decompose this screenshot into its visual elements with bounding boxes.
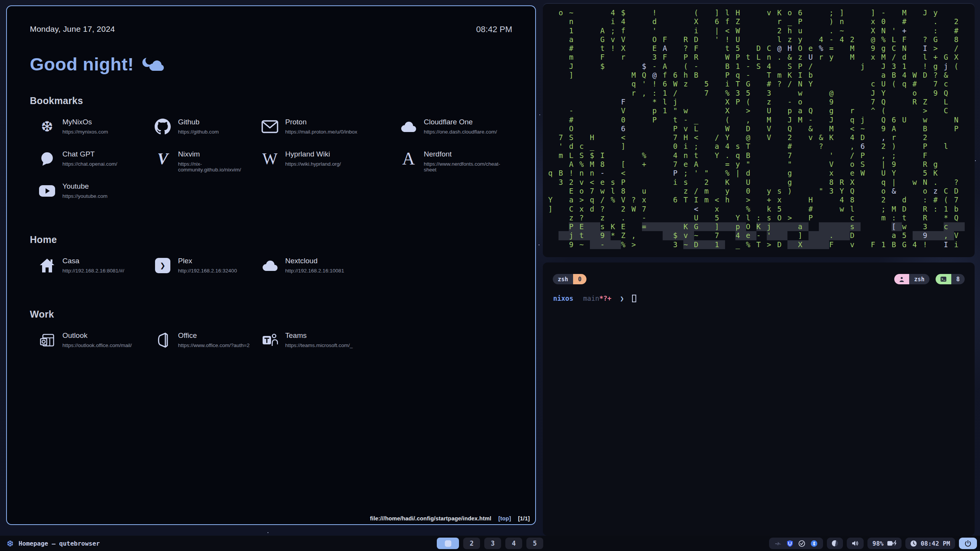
matrix-cell bbox=[715, 62, 725, 71]
matrix-cell bbox=[954, 160, 964, 169]
bookmark-item-github[interactable]: Github https://github.com bbox=[154, 118, 261, 136]
check-circle-icon[interactable] bbox=[799, 540, 805, 547]
bookmark-item-mynixos[interactable]: ❆ MyNixOs https://mynixos.com bbox=[38, 118, 154, 136]
bluetooth-icon[interactable] bbox=[811, 540, 817, 547]
shell-prompt[interactable]: nixos main*?+ ❯ bbox=[543, 295, 975, 302]
matrix-row: # t!X EA ?F t5 DC@HOe%= M 9gCN I> / bbox=[548, 44, 975, 53]
matrix-cell bbox=[871, 160, 881, 169]
tmux-status-right: zsh 8 bbox=[894, 274, 965, 284]
bookmark-item-teams[interactable]: Teams https://teams.microsoft.com/_ bbox=[261, 331, 400, 350]
workspace-3[interactable]: 3 bbox=[484, 538, 501, 549]
matrix-cell: ] bbox=[798, 231, 808, 240]
matrix-cell: F bbox=[829, 240, 840, 249]
terminal-cursor bbox=[632, 295, 636, 302]
matrix-cell: & bbox=[808, 124, 819, 133]
bookmark-item-cloudflare[interactable]: Cloudflare One https://one.dash.cloudfla… bbox=[400, 118, 512, 136]
matrix-cell: # bbox=[913, 80, 923, 88]
matrix-cell: h bbox=[683, 71, 694, 80]
matrix-cell: # bbox=[767, 80, 777, 88]
matrix-cell bbox=[600, 8, 611, 17]
matrix-cell bbox=[881, 231, 892, 240]
matrix-cell: @ bbox=[871, 35, 881, 44]
matrix-cell: Q bbox=[944, 89, 954, 98]
clock-module[interactable]: 08:42 PM bbox=[905, 538, 955, 549]
matrix-cell: # bbox=[808, 205, 819, 214]
matrix-cell: y bbox=[735, 160, 746, 169]
workspace-1[interactable] bbox=[437, 538, 459, 549]
matrix-cell: ? bbox=[683, 44, 694, 53]
bookmark-item-proton[interactable]: Proton https://mail.proton.me/u/0/inbox bbox=[261, 118, 400, 136]
bookmark-item-casa[interactable]: Casa http://192.168.2.16:8081/#/ bbox=[38, 257, 154, 275]
terminal-window-shell[interactable]: zsh 0 zsh bbox=[543, 262, 975, 536]
matrix-cell: m bbox=[559, 151, 569, 160]
matrix-cell: 4 bbox=[725, 142, 735, 151]
bookmark-item-hyprland-wiki[interactable]: W Hyprland Wiki https://wiki.hyprland.or… bbox=[261, 150, 400, 168]
matrix-cell: q bbox=[632, 80, 642, 88]
night-light-module[interactable] bbox=[827, 538, 843, 549]
matrix-cell bbox=[663, 240, 673, 249]
workspace-2[interactable]: 2 bbox=[463, 538, 480, 549]
matrix-cell: G bbox=[902, 240, 912, 249]
workspace-4[interactable]: 4 bbox=[505, 538, 522, 549]
matrix-cell bbox=[861, 98, 871, 106]
matrix-cell bbox=[663, 196, 673, 204]
matrix-cell: < bbox=[725, 26, 735, 35]
matrix-cell bbox=[632, 17, 642, 26]
matrix-cell: n bbox=[569, 17, 579, 26]
matrix-cell: M bbox=[850, 53, 860, 62]
tmux-window-tab[interactable]: zsh 0 bbox=[553, 274, 586, 284]
kdeconnect-icon[interactable] bbox=[775, 541, 781, 546]
matrix-cell bbox=[652, 222, 663, 231]
matrix-cell: Z bbox=[735, 17, 746, 26]
matrix-cell bbox=[819, 17, 829, 26]
matrix-cell bbox=[861, 214, 871, 222]
matrix-cell: ~ bbox=[861, 124, 871, 133]
matrix-cell bbox=[756, 133, 767, 142]
qutebrowser-window[interactable]: Monday, June 17, 2024 08:42 PM Good nigh… bbox=[6, 5, 536, 525]
matrix-cell: L bbox=[892, 35, 902, 44]
matrix-cell: ! bbox=[652, 80, 663, 88]
matrix-cell: s bbox=[600, 222, 611, 231]
matrix-cell bbox=[725, 214, 735, 222]
bookmark-item-chatgpt[interactable]: Chat GPT https://chat.openai.com/ bbox=[38, 150, 154, 168]
power-button[interactable] bbox=[959, 538, 977, 549]
bookmark-item-office[interactable]: Office https://www.office.com/?auth=2 bbox=[154, 331, 261, 350]
matrix-cell: o bbox=[881, 187, 892, 196]
matrix-cell: F bbox=[923, 151, 933, 160]
bookmark-item-youtube[interactable]: Youtube https://youtube.com bbox=[38, 182, 154, 201]
matrix-cell: m bbox=[881, 214, 892, 222]
matrix-cell: ~ bbox=[580, 240, 590, 249]
matrix-cell: y bbox=[829, 53, 840, 62]
bookmark-item-outlook[interactable]: Outlook https://outlook.office.com/mail/ bbox=[38, 331, 154, 350]
prompt-symbol: ❯ bbox=[620, 295, 624, 302]
matrix-cell: C bbox=[892, 44, 902, 53]
matrix-cell: Q bbox=[850, 187, 860, 196]
nix-snowflake-icon[interactable]: ❆ bbox=[7, 540, 14, 548]
matrix-cell: J bbox=[871, 89, 881, 98]
workspace-5[interactable]: 5 bbox=[526, 538, 543, 549]
bookmark-item-nerdfont[interactable]: A Nerdfont https://www.nerdfonts.com/che… bbox=[400, 150, 512, 168]
matrix-cell: a bbox=[798, 106, 808, 115]
matrix-cell: X bbox=[694, 17, 704, 26]
matrix-cell bbox=[861, 80, 871, 88]
matrix-cell: P bbox=[798, 17, 808, 26]
shield-icon[interactable] bbox=[787, 540, 793, 547]
matrix-cell: 1 bbox=[881, 240, 892, 249]
matrix-cell bbox=[632, 151, 642, 160]
matrix-cell: 7 bbox=[673, 160, 683, 169]
matrix-cell: d bbox=[652, 17, 663, 26]
matrix-cell bbox=[840, 62, 850, 71]
bookmark-item-plex[interactable]: ❯ Plex http://192.168.2.16:32400 bbox=[154, 257, 261, 275]
volume-module[interactable] bbox=[847, 538, 864, 549]
matrix-cell bbox=[798, 133, 808, 142]
matrix-cell: y bbox=[725, 187, 735, 196]
matrix-cell: b bbox=[808, 71, 819, 80]
terminal-window-cmatrix[interactable]: o~ 4$ ! ( ]lH vKo6 ;] ]- M Jy n i4 d X 6… bbox=[543, 3, 975, 257]
battery-module[interactable]: 98% bbox=[867, 538, 902, 549]
bookmark-item-nixvim[interactable]: V Nixvim https://nix-community.github.io… bbox=[154, 150, 261, 168]
house-icon bbox=[38, 257, 56, 274]
bookmark-url: https://github.com bbox=[178, 129, 219, 135]
matrix-cell bbox=[777, 133, 787, 142]
matrix-cell: - bbox=[746, 71, 756, 80]
bookmark-item-nextcloud[interactable]: Nextcloud http://192.168.2.16:10081 bbox=[261, 257, 400, 275]
